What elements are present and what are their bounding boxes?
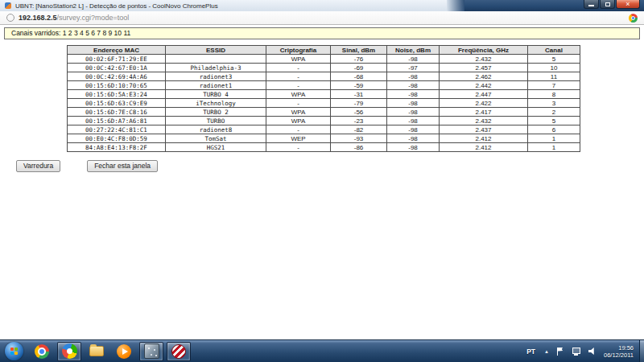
table-row[interactable]: 00:15:6D:7E:C8:16TURBO 2WPA-56-982.4172 — [68, 108, 580, 117]
table-row[interactable]: 00:15:6D:10:70:65radionet1--59-982.4427 — [68, 81, 580, 90]
noise-cell: -97 — [387, 64, 440, 72]
taskbar-item-graphics-app[interactable] — [139, 342, 163, 361]
signal-cell: -31 — [331, 90, 387, 99]
column-header: ESSID — [166, 46, 266, 55]
signal-cell: -68 — [331, 72, 387, 81]
clock-date: 06/12/2011 — [604, 352, 634, 359]
channel-cell: 5 — [528, 117, 580, 125]
noise-cell: -98 — [387, 134, 440, 143]
active-tab[interactable]: UBNT: [NanoStation2 L] - Detecção de pon… — [0, 0, 447, 11]
start-button[interactable] — [5, 342, 23, 360]
signal-cell: -93 — [331, 134, 387, 143]
speaker-icon[interactable] — [588, 348, 596, 355]
essid-cell: TURBO 4 — [166, 90, 266, 99]
noise-cell: -98 — [387, 143, 440, 152]
mac-cell: 84:A8:E4:13:F8:2F — [68, 143, 166, 152]
freq-cell: 2.457 — [440, 64, 528, 72]
channel-cell: 5 — [528, 55, 580, 64]
screen: UBNT: [NanoStation2 L] - Detecção de pon… — [0, 0, 644, 362]
close-button[interactable]: × — [616, 0, 640, 9]
windows-logo-icon — [10, 348, 18, 355]
url-path: /survey.cgi?mode=tool — [57, 14, 130, 22]
noise-cell: -98 — [387, 55, 440, 64]
channel-cell: 8 — [528, 90, 580, 99]
red-striped-icon — [171, 344, 186, 359]
table-row[interactable]: 00:15:6D:5A:E3:24TURBO 4WPA-31-982.4478 — [68, 90, 580, 99]
freq-cell: 2.422 — [440, 99, 528, 108]
crypto-cell: WPA — [266, 117, 331, 125]
noise-cell: -98 — [387, 117, 440, 125]
signal-cell: -59 — [331, 81, 387, 90]
table-row[interactable]: 00:15:6D:A7:A6:81TURBOWPA-23-982.4325 — [68, 117, 580, 125]
mac-cell: 00:15:6D:A7:A6:81 — [68, 117, 166, 125]
site-info-icon[interactable] — [6, 14, 14, 22]
window-controls: × — [583, 0, 640, 9]
channel-cell: 10 — [528, 64, 580, 72]
mac-cell: 00:E0:4C:F8:0D:59 — [68, 134, 166, 143]
scan-button[interactable]: Varredura — [16, 160, 60, 172]
taskbar-item-chrome[interactable] — [30, 342, 54, 361]
table-row[interactable]: 00:27:22:4C:81:C1radionet8--82-982.4376 — [68, 125, 580, 134]
url-domain: 192.168.2.5 — [19, 14, 57, 22]
survey-table-body: 00:02:6F:71:29:EEWPA-76-982.432500:0C:42… — [68, 55, 580, 152]
table-header-row: Endereço MACESSIDCriptografiaSinal, dBmN… — [68, 46, 580, 55]
channel-cell: 7 — [528, 81, 580, 90]
freq-cell: 2.447 — [440, 90, 528, 99]
taskbar: PT ▲ 19:56 06/12/2011 — [0, 339, 644, 362]
table-row[interactable]: 00:0C:42:69:4A:A6radionet3--68-982.46211 — [68, 72, 580, 81]
essid-cell: TomSat — [166, 134, 266, 143]
chromeplus-menu-icon[interactable] — [629, 14, 638, 23]
mac-cell: 00:15:6D:7E:C8:16 — [68, 108, 166, 117]
mac-cell: 00:15:6D:5A:E3:24 — [68, 90, 166, 99]
signal-cell: -86 — [331, 143, 387, 152]
taskbar-item-striped-app[interactable] — [167, 342, 191, 361]
table-row[interactable]: 00:02:6F:71:29:EEWPA-76-982.4325 — [68, 55, 580, 64]
freq-cell: 2.442 — [440, 81, 528, 90]
show-desktop-button[interactable] — [639, 340, 644, 362]
freq-cell: 2.432 — [440, 117, 528, 125]
close-window-button[interactable]: Fechar esta janela — [87, 160, 158, 172]
hidden-icons-arrow[interactable]: ▲ — [540, 349, 553, 354]
language-indicator[interactable]: PT — [522, 348, 540, 356]
action-center-flag-icon[interactable] — [557, 348, 564, 356]
minimize-icon — [588, 5, 594, 6]
scanned-channels-banner: Canais varridos: 1 2 3 4 5 6 7 8 9 10 11 — [4, 27, 640, 39]
column-header: Freqüência, GHz — [440, 46, 528, 55]
table-row[interactable]: 00:E0:4C:F8:0D:59TomSatWEP-93-982.4121 — [68, 134, 580, 143]
channel-cell: 1 — [528, 134, 580, 143]
maximize-button[interactable] — [600, 0, 615, 9]
noise-cell: -98 — [387, 72, 440, 81]
mac-cell: 00:0C:42:69:4A:A6 — [68, 72, 166, 81]
essid-cell: TURBO 2 — [166, 108, 266, 117]
noise-cell: -98 — [387, 125, 440, 134]
taskbar-item-coolnovo[interactable] — [57, 342, 81, 361]
mac-cell: 00:15:6D:10:70:65 — [68, 81, 166, 90]
crypto-cell: - — [266, 143, 331, 152]
channel-cell: 6 — [528, 125, 580, 134]
freq-cell: 2.462 — [440, 72, 528, 81]
url-field[interactable]: 192.168.2.5/survey.cgi?mode=tool — [19, 14, 129, 22]
column-header: Endereço MAC — [68, 46, 166, 55]
crypto-cell: - — [266, 64, 331, 72]
minimize-button[interactable] — [584, 0, 599, 9]
title-bar: UBNT: [NanoStation2 L] - Detecção de pon… — [0, 0, 644, 11]
crypto-cell: WPA — [266, 55, 331, 64]
taskbar-item-media-player[interactable] — [112, 342, 136, 361]
crypto-cell: - — [266, 81, 331, 90]
window-title: UBNT: [NanoStation2 L] - Detecção de pon… — [15, 2, 218, 10]
mac-cell: 00:02:6F:71:29:EE — [68, 55, 166, 64]
crypto-cell: WPA — [266, 90, 331, 99]
page-favicon-icon — [5, 2, 11, 9]
essid-cell: radionet1 — [166, 81, 266, 90]
table-row[interactable]: 00:0C:42:67:E0:1APhiladelphia-3--69-972.… — [68, 64, 580, 72]
noise-cell: -98 — [387, 90, 440, 99]
clock[interactable]: 19:56 06/12/2011 — [604, 344, 634, 359]
crypto-cell: WEP — [266, 134, 331, 143]
taskbar-item-explorer[interactable] — [85, 342, 109, 361]
table-row[interactable]: 00:15:6D:63:C9:E9iTechnology--79-982.422… — [68, 99, 580, 108]
crypto-cell: WPA — [266, 108, 331, 117]
folder-icon — [89, 346, 104, 356]
network-icon[interactable] — [572, 348, 581, 356]
table-row[interactable]: 84:A8:E4:13:F8:2FHGS21--86-982.4121 — [68, 143, 580, 152]
signal-cell: -79 — [331, 99, 387, 108]
